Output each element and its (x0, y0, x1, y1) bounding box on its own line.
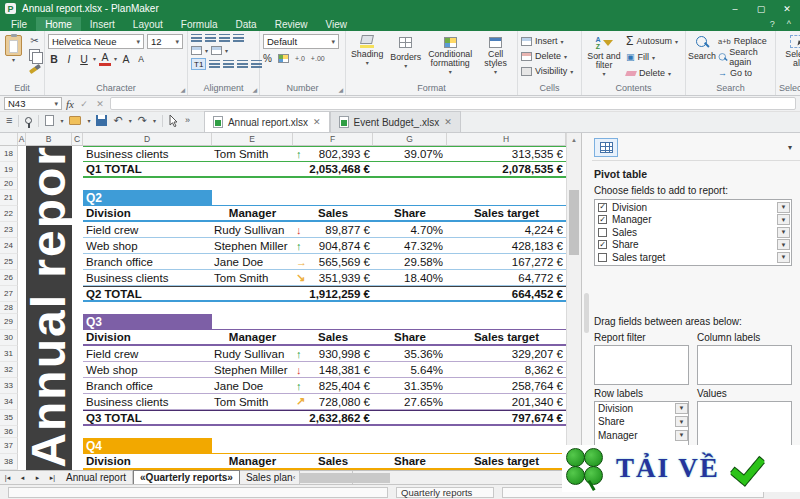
cell-F24[interactable]: ↑904,874 € (293, 238, 373, 253)
unchecked-checkbox-icon[interactable] (598, 253, 607, 262)
cell-D19[interactable]: Q1 TOTAL (83, 162, 212, 176)
pivot-field-division[interactable]: ✓Division▼ (596, 201, 790, 214)
borders-button[interactable]: Borders▾ (388, 34, 423, 72)
cell-D37[interactable]: Q4 (83, 438, 212, 453)
cell-D21[interactable]: Q2 (83, 190, 212, 205)
cell-D27[interactable]: Q2 TOTAL (83, 287, 212, 300)
cell-D28[interactable] (83, 302, 212, 314)
cell-G24[interactable]: 47.32% (373, 238, 447, 253)
column-header-E[interactable]: E (212, 133, 293, 146)
cell-H28[interactable] (447, 302, 566, 314)
chevron-down-icon[interactable]: ▾ (93, 55, 96, 62)
cell-D30[interactable]: Division (83, 330, 212, 344)
cell-G30[interactable]: Share (373, 330, 447, 344)
cell-E21[interactable] (212, 190, 293, 205)
chevron-down-icon[interactable]: ▾ (114, 55, 117, 62)
chevron-down-icon[interactable]: ▾ (129, 117, 132, 124)
report-filter-box[interactable] (594, 345, 689, 385)
sheet-tab-quarterly-reports[interactable]: «Quarterly reports» (133, 470, 240, 484)
row-label-item-share[interactable]: Share▼ (595, 415, 688, 429)
cell-G28[interactable] (373, 302, 447, 314)
chevron-down-icon[interactable]: ▾ (788, 143, 792, 152)
first-sheet-icon[interactable]: |◂ (0, 471, 15, 484)
row-header-24[interactable]: 24 (0, 238, 18, 254)
align-middle-icon[interactable] (205, 34, 216, 43)
field-dropdown-icon[interactable]: ▼ (777, 227, 790, 238)
cell-G36[interactable] (373, 426, 447, 438)
row-header-20[interactable]: 20 (0, 178, 18, 190)
row-label-dropdown-icon[interactable]: ▼ (675, 416, 688, 427)
cell-G21[interactable] (373, 190, 447, 205)
cell-styles-button[interactable]: Cell styles▾ (477, 34, 514, 78)
cell-D36[interactable] (83, 426, 212, 438)
cell-G38[interactable]: Share (373, 454, 447, 468)
dialog-launcher-icon[interactable]: ◢ (180, 86, 185, 93)
row-header-23[interactable]: 23 (0, 222, 18, 238)
align-bottom-icon[interactable] (219, 34, 230, 43)
row-header-34[interactable]: 34 (0, 394, 18, 410)
cell-D29[interactable]: Q3 (83, 314, 212, 329)
checked-checkbox-icon[interactable]: ✓ (598, 203, 607, 212)
cell-E31[interactable]: Rudy Sullivan (212, 346, 293, 361)
cell-G37[interactable] (373, 438, 447, 453)
cell-F18[interactable]: ↑802,393 € (293, 147, 373, 161)
delete-contents-button[interactable]: Delete▾ (626, 66, 678, 80)
help-icon[interactable]: ? (770, 19, 775, 29)
cell-E36[interactable] (212, 426, 293, 438)
cell-F19[interactable]: 2,053,468 € (293, 162, 373, 176)
field-dropdown-icon[interactable]: ▼ (777, 252, 790, 263)
close-button[interactable]: ✕ (774, 0, 800, 17)
name-box[interactable]: N43▾ (4, 97, 62, 110)
cell-H19[interactable]: 2,078,535 € (447, 162, 566, 176)
align-justify-vertical-icon[interactable] (233, 34, 244, 43)
align-center-icon[interactable] (223, 60, 234, 69)
font-color-button[interactable]: A (99, 51, 111, 66)
menu-tab-view[interactable]: View (316, 17, 356, 31)
cell-E25[interactable]: Jane Doe (212, 254, 293, 269)
go-to-button[interactable]: →Go to (718, 66, 772, 80)
cell-G31[interactable]: 35.36% (373, 346, 447, 361)
pivot-field-manager[interactable]: ✓Manager▼ (596, 214, 790, 227)
delete-cells-button[interactable]: Delete▾ (521, 49, 567, 63)
row-labels-box[interactable]: Division▼Share▼Manager▼ (594, 401, 689, 446)
fill-button[interactable]: ▣Fill▾ (626, 50, 678, 64)
column-header-G[interactable]: G (373, 133, 447, 146)
cell-H38[interactable]: Sales target (447, 454, 566, 468)
cell-G27[interactable] (373, 287, 447, 300)
pivot-field-sales[interactable]: Sales▼ (596, 226, 790, 239)
shrink-font-button[interactable]: A (135, 54, 147, 64)
values-box[interactable] (697, 401, 792, 446)
next-sheet-icon[interactable]: ▸ (30, 471, 45, 484)
select-all-corner[interactable] (0, 133, 18, 146)
pointer-icon[interactable] (169, 115, 179, 127)
cell-G35[interactable] (373, 411, 447, 424)
cell-E27[interactable] (212, 287, 293, 300)
function-icon[interactable]: fx (66, 98, 74, 110)
cell-H36[interactable] (447, 426, 566, 438)
cell-F22[interactable]: Sales (293, 206, 373, 220)
shading-button[interactable]: Shading▾ (349, 34, 385, 69)
maximize-button[interactable]: ▢ (748, 0, 774, 17)
cancel-icon[interactable]: ✕ (94, 99, 106, 109)
search-again-button[interactable]: Search again (718, 50, 772, 64)
cell-F33[interactable]: ↑825,404 € (293, 378, 373, 393)
column-labels-box[interactable] (697, 345, 792, 385)
select-all-button[interactable]: Select all (779, 34, 800, 69)
cell-D26[interactable]: Business clients (83, 270, 212, 285)
cell-F38[interactable]: Sales (293, 454, 373, 468)
cell-G18[interactable]: 39.07% (373, 147, 447, 161)
cell-E35[interactable] (212, 411, 293, 424)
cell-E38[interactable]: Manager (212, 454, 293, 468)
cell-D33[interactable]: Branch office (83, 378, 212, 393)
align-left-icon[interactable] (209, 60, 220, 69)
column-header-B[interactable]: B (26, 133, 72, 146)
column-header-A[interactable]: A (18, 133, 26, 146)
previous-sheet-icon[interactable]: ◂ (15, 471, 30, 484)
cell-H31[interactable]: 329,207 € (447, 346, 566, 361)
chevron-down-icon[interactable]: ▾ (225, 47, 228, 54)
cell-E18[interactable]: Tom Smith (212, 147, 293, 161)
menu-tab-home[interactable]: Home (36, 17, 81, 31)
scroll-up-icon[interactable]: ▲ (567, 133, 581, 146)
cell-G26[interactable]: 18.40% (373, 270, 447, 285)
row-header-36[interactable]: 36 (0, 426, 18, 438)
